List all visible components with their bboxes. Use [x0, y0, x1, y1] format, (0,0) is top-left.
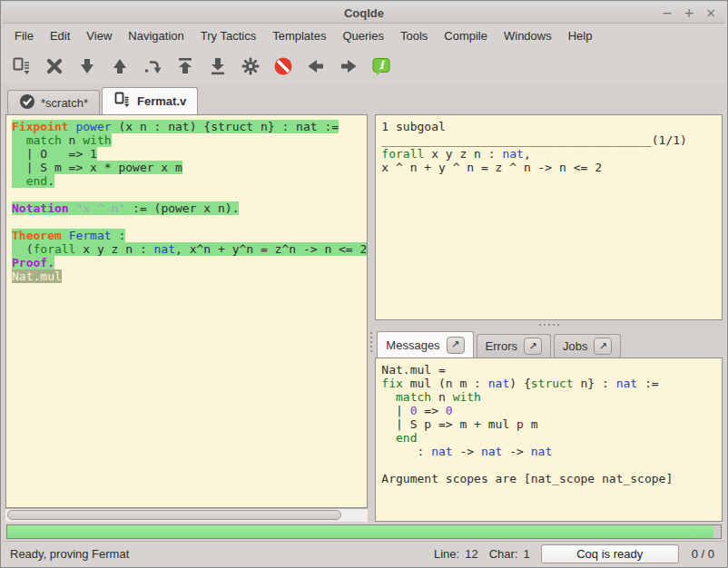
- code-line: | S p => m + mul p m: [381, 417, 722, 431]
- step-backward-icon[interactable]: [106, 53, 133, 80]
- script-editor[interactable]: Fixpoint power (x n : nat) {struct n} : …: [5, 114, 368, 508]
- char-value: 1: [523, 547, 529, 561]
- code-line: end: [381, 431, 722, 445]
- detach-icon[interactable]: ↗: [524, 338, 542, 355]
- line-label: Line:: [434, 547, 459, 561]
- run-to-cursor-icon[interactable]: [139, 53, 165, 80]
- minimize-button[interactable]: −: [658, 5, 676, 21]
- menubar: FileEditViewNavigationTry TacticsTemplat…: [3, 24, 725, 48]
- tab-label: Jobs: [563, 339, 587, 353]
- coqide-window: CoqIde − + × FileEditViewNavigationTry T…: [0, 0, 728, 568]
- code-line: match n with: [381, 390, 722, 404]
- editor-hscrollbar[interactable]: [5, 508, 368, 522]
- menu-windows[interactable]: Windows: [496, 25, 560, 46]
- code-line: Nat.mul: [12, 269, 367, 283]
- titlebar[interactable]: CoqIde − + ×: [3, 3, 725, 24]
- editor-code: Fixpoint power (x n : nat) {struct n} : …: [12, 120, 367, 283]
- menu-templates[interactable]: Templates: [264, 25, 334, 46]
- code-line: [12, 188, 367, 201]
- detach-icon[interactable]: ↗: [447, 337, 465, 354]
- check-circle-icon: [19, 93, 35, 113]
- code-line: Nat.mul =: [381, 363, 722, 377]
- menu-queries[interactable]: Queries: [334, 25, 392, 46]
- reset-to-start-icon[interactable]: [172, 53, 198, 80]
- status-right: Line: 12 Char: 1 Coq is ready 0 / 0: [434, 544, 718, 563]
- menu-edit[interactable]: Edit: [42, 25, 78, 46]
- splitter-handle-icon: [375, 324, 723, 326]
- char-label: Char:: [489, 547, 518, 561]
- messages-panel[interactable]: Nat.mul =fix mul (n m : nat) {struct n} …: [375, 357, 723, 522]
- splitter-handle-icon: [370, 332, 372, 352]
- run-to-end-icon[interactable]: [204, 53, 231, 80]
- status-message: Ready, proving Fermat: [10, 547, 434, 561]
- code-line: [381, 458, 722, 472]
- tab-jobs[interactable]: Jobs ↗: [554, 334, 621, 357]
- tab-label: Messages: [386, 338, 439, 352]
- settings-gear-icon[interactable]: [237, 53, 263, 80]
- window-controls: − + ×: [658, 5, 725, 21]
- tab-label: *scratch*: [41, 96, 88, 110]
- messages-code: Nat.mul =fix mul (n m : nat) {struct n} …: [381, 363, 722, 485]
- code-line: match n with: [12, 133, 367, 147]
- progress-bar: [6, 524, 722, 539]
- progress-row: [3, 522, 725, 541]
- statusbar: Ready, proving Fermat Line: 12 Char: 1 C…: [3, 541, 725, 565]
- insert-command-icon[interactable]: [8, 53, 34, 80]
- code-line: fix mul (n m : nat) {struct n} : nat :=: [381, 377, 722, 390]
- right-column: 1 subgoal_______________________________…: [375, 114, 723, 522]
- code-line: | O => 1: [12, 147, 367, 161]
- tab-label: Errors: [486, 339, 517, 353]
- tab-scratch[interactable]: *scratch*: [7, 90, 100, 114]
- tab-messages[interactable]: Messages ↗: [377, 331, 473, 357]
- step-forward-icon[interactable]: [74, 53, 100, 80]
- navigate-back-icon[interactable]: [302, 53, 329, 80]
- code-line: x ^ n + y ^ n = z ^ n -> n <= 2: [381, 161, 722, 174]
- close-button[interactable]: ×: [702, 5, 720, 21]
- menu-navigation[interactable]: Navigation: [120, 25, 192, 46]
- line-value: 12: [465, 547, 477, 561]
- toolbar: i: [3, 48, 725, 84]
- document-icon: [113, 92, 132, 111]
- menu-help[interactable]: Help: [560, 25, 601, 46]
- scrollbar-thumb[interactable]: [7, 510, 341, 520]
- vertical-splitter[interactable]: [368, 114, 375, 522]
- goals-panel[interactable]: 1 subgoal_______________________________…: [375, 114, 723, 320]
- detach-icon[interactable]: ↗: [594, 338, 612, 355]
- code-line: 1 subgoal: [381, 120, 722, 133]
- about-info-icon[interactable]: i: [368, 53, 394, 80]
- code-line: Theorem Fermat :: [12, 229, 367, 242]
- navigate-forward-icon[interactable]: [335, 53, 361, 80]
- sentence-counter: 0 / 0: [692, 547, 714, 561]
- code-line: Argument scopes are [nat_scope nat_scope…: [381, 472, 722, 485]
- maximize-button[interactable]: +: [680, 5, 698, 21]
- menu-compile[interactable]: Compile: [436, 25, 496, 46]
- editor-wrap: Fixpoint power (x n : nat) {struct n} : …: [5, 114, 368, 522]
- code-line: end.: [12, 174, 367, 188]
- tab-errors[interactable]: Errors ↗: [477, 334, 551, 357]
- code-line: (forall x y z n : nat, x^n + y^n = z^n -…: [12, 242, 367, 256]
- tab-label: Fermat.v: [137, 94, 186, 108]
- document-tabbar: *scratch* Fermat.v: [3, 84, 725, 114]
- code-line: [12, 215, 367, 229]
- menu-tools[interactable]: Tools: [392, 25, 436, 46]
- tab-fermat[interactable]: Fermat.v: [102, 87, 198, 114]
- code-line: | S m => x * power x m: [12, 161, 367, 174]
- interrupt-icon[interactable]: [270, 53, 296, 80]
- abort-icon[interactable]: [41, 53, 67, 80]
- code-line: forall x y z n : nat,: [381, 147, 722, 161]
- code-line: ______________________________________(1…: [381, 133, 722, 147]
- code-line: | 0 => 0: [381, 404, 722, 417]
- menu-view[interactable]: View: [78, 25, 120, 46]
- main-area: Fixpoint power (x n : nat) {struct n} : …: [3, 114, 725, 522]
- horizontal-splitter[interactable]: [375, 320, 723, 328]
- code-line: Notation "x ^ n" := (power x n).: [12, 201, 367, 215]
- menu-try-tactics[interactable]: Try Tactics: [192, 25, 264, 46]
- progress-fill: [7, 525, 713, 538]
- window-title: CoqIde: [3, 6, 725, 20]
- coq-state-button[interactable]: Coq is ready: [541, 544, 679, 563]
- code-line: : nat -> nat -> nat: [381, 445, 722, 458]
- menu-file[interactable]: File: [6, 25, 42, 46]
- code-line: Fixpoint power (x n : nat) {struct n} : …: [12, 120, 367, 133]
- goals-code: 1 subgoal_______________________________…: [381, 120, 722, 174]
- message-tabbar: Messages ↗ Errors ↗ Jobs ↗: [375, 328, 723, 357]
